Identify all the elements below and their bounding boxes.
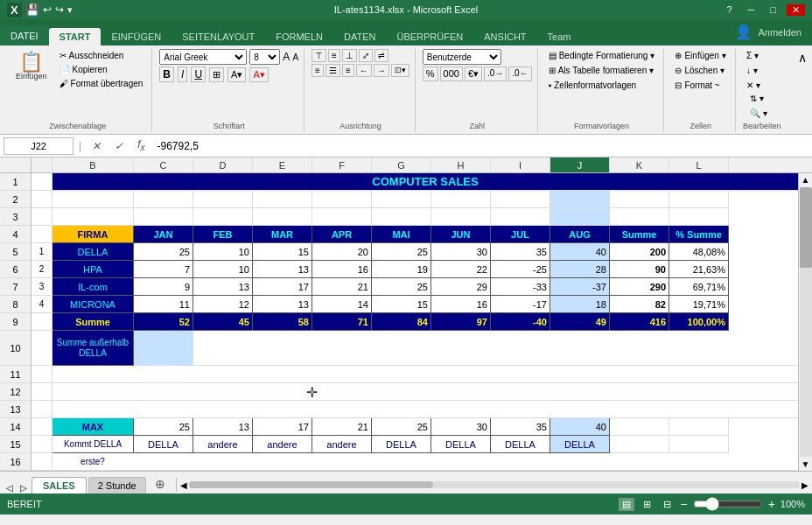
tab-einfuegen[interactable]: EINFÜGEN xyxy=(101,28,172,46)
quick-access-redo[interactable]: ↪ xyxy=(55,4,64,16)
row-num-4[interactable]: 4 xyxy=(0,226,31,243)
scroll-thumb-v[interactable] xyxy=(800,187,812,268)
scroll-thumb-h[interactable] xyxy=(189,481,433,488)
cell-15k[interactable] xyxy=(610,436,669,453)
cell-styles-btn[interactable]: ▪ Zellenformatvorlagen xyxy=(545,79,640,92)
row-num-2[interactable]: 2 xyxy=(0,191,31,208)
cell-rn-4[interactable] xyxy=(32,226,52,243)
scroll-left-btn[interactable]: ◀ xyxy=(180,480,187,490)
cell-16-rest[interactable] xyxy=(52,453,798,471)
increase-font-btn[interactable]: A xyxy=(283,51,290,63)
cell-4g[interactable]: MAI xyxy=(372,226,431,243)
cell-4j[interactable]: AUG xyxy=(550,226,610,243)
format-btn[interactable]: ⊟ Format ~ xyxy=(671,79,723,92)
cell-14l[interactable] xyxy=(669,418,729,436)
row-num-7[interactable]: 7 xyxy=(0,278,31,296)
tab-team[interactable]: Team xyxy=(537,28,582,46)
cell-6e[interactable]: 13 xyxy=(253,261,312,278)
cell-9h[interactable]: 97 xyxy=(431,313,491,331)
cell-14i[interactable]: 35 xyxy=(491,418,550,436)
cell-3c[interactable] xyxy=(134,208,193,226)
cell-3k[interactable] xyxy=(610,208,669,226)
cell-8k[interactable]: 82 xyxy=(610,296,669,313)
underline-btn[interactable]: U xyxy=(191,66,206,82)
close-btn[interactable]: ✕ xyxy=(787,4,805,16)
function-btn[interactable]: fx xyxy=(132,138,150,152)
quick-access-save[interactable]: 💾 xyxy=(25,4,39,17)
cell-3g[interactable] xyxy=(372,208,431,226)
cell-14d[interactable]: 13 xyxy=(193,418,253,436)
cell-4b[interactable]: FIRMA xyxy=(52,226,134,243)
cell-rn-8[interactable]: 4 xyxy=(32,296,52,313)
cell-12-rest[interactable]: ✛ xyxy=(52,383,798,401)
cell-2e[interactable] xyxy=(253,191,312,208)
indent-less-btn[interactable]: ← xyxy=(356,64,372,77)
font-color-btn[interactable]: A▾ xyxy=(249,67,268,82)
cell-5k[interactable]: 200 xyxy=(610,243,669,261)
increase-decimal-btn[interactable]: .0→ xyxy=(484,66,507,81)
row-num-14[interactable]: 14 xyxy=(0,418,31,436)
row-num-1[interactable]: 1 xyxy=(0,173,31,191)
clear-btn[interactable]: ✕▾ xyxy=(743,79,764,92)
page-break-btn[interactable]: ⊟ xyxy=(660,498,675,511)
conditional-format-btn[interactable]: ▤ Bedingte Formatierung ▾ xyxy=(545,49,659,62)
left-align-btn[interactable]: ≡ xyxy=(312,64,324,77)
indent-more-btn[interactable]: → xyxy=(374,64,389,77)
cell-rn-13[interactable] xyxy=(32,401,52,418)
cell-7c[interactable]: 9 xyxy=(134,278,193,296)
col-header-c[interactable]: C xyxy=(134,158,193,172)
cell-8e[interactable]: 13 xyxy=(253,296,312,313)
scroll-up-btn[interactable]: ▲ xyxy=(800,173,812,186)
format-painter-button[interactable]: 🖌Format übertragen xyxy=(56,77,147,90)
cell-10j-placeholder[interactable] xyxy=(134,331,193,366)
col-header-d[interactable]: D xyxy=(193,158,253,172)
top-align-btn[interactable]: ⊤ xyxy=(312,49,326,62)
cell-14f[interactable]: 21 xyxy=(312,418,372,436)
cell-7i[interactable]: -33 xyxy=(491,278,550,296)
cell-14g[interactable]: 25 xyxy=(372,418,431,436)
cell-5h[interactable]: 30 xyxy=(431,243,491,261)
number-format-selector[interactable]: Benutzerde xyxy=(423,49,501,65)
row-num-13[interactable]: 13 xyxy=(0,401,31,418)
cell-5g[interactable]: 25 xyxy=(372,243,431,261)
col-header-rownums[interactable] xyxy=(32,158,52,172)
cell-6b[interactable]: HPA xyxy=(52,261,134,278)
currency-btn[interactable]: €▾ xyxy=(465,66,482,81)
cell-10-rest[interactable] xyxy=(193,331,798,366)
formula-input[interactable] xyxy=(153,138,808,154)
tab-formeln[interactable]: FORMELN xyxy=(265,28,333,46)
cell-14h[interactable]: 30 xyxy=(431,418,491,436)
cell-9f[interactable]: 71 xyxy=(312,313,372,331)
cell-3b[interactable] xyxy=(52,208,134,226)
scroll-right-btn[interactable]: ▶ xyxy=(802,480,808,490)
merge-btn[interactable]: ⊡▾ xyxy=(391,64,410,77)
collapse-icon[interactable]: ∧ xyxy=(798,51,807,65)
autosum-btn[interactable]: Σ▾ xyxy=(743,49,762,62)
fontsize-selector[interactable]: 8 xyxy=(249,49,280,65)
cell-4k[interactable]: Summe xyxy=(610,226,669,243)
cell-8g[interactable]: 15 xyxy=(372,296,431,313)
cell-6j[interactable]: 28 xyxy=(550,261,610,278)
cell-15j[interactable]: DELLA xyxy=(550,436,610,453)
ribbon-collapse-btn[interactable]: ∧ xyxy=(796,49,808,132)
cell-14e[interactable]: 17 xyxy=(253,418,312,436)
cell-14j[interactable]: 40 xyxy=(550,418,610,436)
cell-3f[interactable] xyxy=(312,208,372,226)
cell-rn-6[interactable]: 2 xyxy=(32,261,52,278)
col-header-h[interactable]: H xyxy=(431,158,491,172)
anmelden-label[interactable]: Anmelden xyxy=(758,27,802,38)
cell-7k[interactable]: 290 xyxy=(610,278,669,296)
zoom-slider[interactable] xyxy=(693,497,763,511)
tab-start[interactable]: START xyxy=(49,28,102,46)
cell-3j[interactable] xyxy=(550,208,610,226)
cell-9g[interactable]: 84 xyxy=(372,313,431,331)
cell-7g[interactable]: 25 xyxy=(372,278,431,296)
tab-ueberpruefen[interactable]: ÜBERPRÜFEN xyxy=(386,28,473,46)
col-header-j[interactable]: J xyxy=(550,158,610,172)
cell-2i[interactable] xyxy=(491,191,550,208)
confirm-button[interactable]: ✓ xyxy=(109,140,129,152)
cell-7j[interactable]: -37 xyxy=(550,278,610,296)
cell-5c[interactable]: 25 xyxy=(134,243,193,261)
cell-2g[interactable] xyxy=(372,191,431,208)
right-align-btn[interactable]: ≡ xyxy=(342,64,354,77)
